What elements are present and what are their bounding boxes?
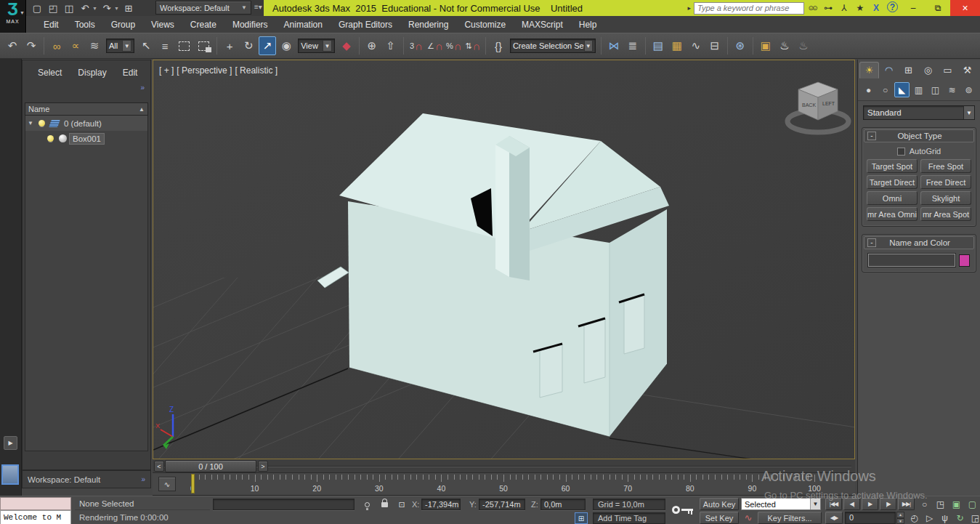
select-and-link-icon[interactable]: ∞ (48, 36, 65, 55)
object-type-button-mr-area-spot[interactable]: mr Area Spot (920, 207, 971, 221)
object-name-field[interactable] (868, 254, 955, 267)
selection-set-dropdown[interactable]: Selected ▼ (741, 498, 821, 510)
select-and-manipulate-icon[interactable]: ⊕ (363, 36, 381, 55)
frame-spinner[interactable]: ▲▼ (896, 512, 904, 524)
select-and-place-icon[interactable]: ◉ (278, 36, 295, 55)
object-type-button-skylight[interactable]: Skylight (920, 191, 971, 205)
sign-in-key-icon[interactable]: ⊶ (820, 1, 836, 15)
menu-item-help[interactable]: Help (571, 17, 605, 32)
chevron-down-icon[interactable]: ▼ (114, 6, 119, 11)
toolbar-options-icon[interactable]: ≡▾ (254, 3, 262, 11)
rendered-frame-window-icon[interactable]: ▣ (757, 36, 774, 55)
tab-display[interactable]: ▭ (938, 62, 957, 78)
name-and-color-rollout-header[interactable]: - Name and Color (864, 236, 974, 249)
bind-to-spacewarp-icon[interactable]: ≋ (86, 36, 103, 55)
key-filters-button[interactable]: Key Filters... (758, 512, 822, 524)
use-pivot-point-center-icon[interactable]: ◆ (338, 36, 355, 55)
current-frame-field[interactable]: 0 (845, 512, 896, 524)
rectangular-selection-region-icon[interactable] (179, 41, 190, 51)
key-mode-toggle-button[interactable]: ◀▶ (825, 512, 843, 524)
perspective-viewport[interactable]: Z X [ + ] [ Perspective ] [ Realistic ] … (153, 60, 855, 459)
key-filters-curve-icon[interactable]: ∿ (741, 512, 756, 524)
tab-utilities[interactable]: ⚒ (957, 62, 977, 78)
reference-coordinate-system-dropdown[interactable]: View▼ (298, 39, 335, 53)
spinner-snap-icon[interactable]: ⇅∩ (464, 36, 482, 55)
z-coordinate-field[interactable]: 0,0m (540, 499, 586, 510)
track-bar[interactable]: ∿ 0102030405060708090100 (153, 473, 855, 496)
percent-snap-icon[interactable]: %∩ (445, 36, 463, 55)
add-time-tag-field[interactable]: Add Time Tag (593, 512, 665, 524)
layer-manager-icon[interactable]: ▤ (649, 36, 667, 55)
x-coordinate-field[interactable]: -17,394m (421, 499, 461, 510)
object-type-rollout-header[interactable]: - Object Type (864, 129, 974, 142)
menu-item-modifiers[interactable]: Modifiers (224, 17, 276, 32)
subcat-geometry[interactable]: ● (861, 82, 876, 97)
pan-view-button[interactable]: ψ (937, 512, 952, 524)
unlink-selection-icon[interactable]: ∝ (67, 36, 84, 55)
viewport-pov-menu[interactable]: [ Perspective ] (177, 65, 232, 76)
play-button[interactable]: ▶ (862, 498, 878, 510)
window-crossing-icon[interactable] (198, 41, 209, 51)
menu-item-create[interactable]: Create (182, 17, 224, 32)
list-item-layer[interactable]: ▼ 0 (default) (25, 116, 147, 131)
y-coordinate-field[interactable]: -257,714m (479, 499, 525, 510)
object-type-button-free-spot[interactable]: Free Spot (920, 159, 971, 173)
align-icon[interactable]: ≣ (624, 36, 641, 55)
set-keys-button[interactable] (672, 501, 695, 520)
redo-icon[interactable]: ↷ (100, 1, 113, 15)
communication-center-icon[interactable]: ⅄ (836, 1, 852, 15)
object-color-swatch[interactable] (959, 254, 970, 267)
edit-named-selection-sets-icon[interactable]: {} (490, 36, 507, 55)
autogrid-checkbox[interactable] (897, 148, 905, 156)
select-and-move-icon[interactable]: + (221, 36, 238, 55)
render-setup-icon[interactable]: ⊛ (732, 36, 749, 55)
zoom-extents-all-button[interactable]: ▢ (965, 498, 980, 511)
absolute-mode-transform-icon[interactable]: ⊡ (395, 499, 408, 510)
snaps-toggle-3d-icon[interactable]: 3∩ (408, 36, 425, 55)
named-selection-set-combo[interactable]: Create Selection Se▼ (510, 39, 596, 53)
scene-explorer-overflow-chevron[interactable]: » (140, 84, 145, 92)
angle-snap-icon[interactable]: ∠∩ (426, 36, 444, 55)
favorites-star-icon[interactable]: ★ (852, 1, 868, 15)
open-mini-curve-editor-button[interactable]: ∿ (158, 477, 176, 491)
explorer-tab-edit[interactable]: Edit (116, 66, 145, 79)
prompt-line-field[interactable] (213, 499, 355, 510)
go-to-start-button[interactable]: |◀◀ (825, 498, 842, 510)
subcat-helpers[interactable]: ◫ (928, 82, 943, 97)
previous-frame-arrow-button[interactable]: < (154, 461, 164, 472)
subcat-lights[interactable]: ◣ (894, 82, 910, 97)
tab-motion[interactable]: ◎ (918, 62, 938, 78)
view-cube[interactable]: BACK LEFT (784, 76, 853, 136)
search-binoculars-icon[interactable]: ⊙⊙ (804, 1, 820, 15)
tab-hierarchy[interactable]: ⊞ (899, 62, 918, 78)
project-folder-icon[interactable]: ⊞ (122, 1, 135, 15)
open-file-icon[interactable]: ◰ (46, 1, 60, 15)
render-production-icon[interactable]: ♨ (776, 36, 793, 55)
keyboard-shortcut-override-icon[interactable]: ⇧ (382, 36, 400, 55)
menu-item-maxscript[interactable]: MAXScript (514, 17, 571, 32)
name-column-header[interactable]: Name ▲ (25, 102, 148, 116)
select-and-rotate-icon[interactable]: ↻ (240, 36, 257, 55)
go-to-end-button[interactable]: ▶▶| (898, 498, 915, 510)
restore-button[interactable]: ⧉ (926, 1, 950, 15)
menu-item-rendering[interactable]: Rendering (400, 17, 456, 32)
next-frame-button[interactable]: |▶ (880, 498, 896, 510)
isolate-selection-bulb-icon[interactable] (360, 499, 373, 510)
object-type-button-target-direct[interactable]: Target Direct (867, 175, 918, 189)
object-type-button-mr-area-omni[interactable]: mr Area Omni (867, 207, 918, 221)
save-file-icon[interactable]: ◫ (62, 1, 76, 15)
expand-arrow-icon[interactable]: ▼ (25, 120, 36, 126)
previous-frame-button[interactable]: ◀| (843, 498, 860, 510)
expand-rail-button[interactable]: ▶ (4, 436, 17, 450)
schematic-view-icon[interactable]: ⊟ (706, 36, 724, 55)
menu-item-graph-editors[interactable]: Graph Editors (331, 17, 400, 32)
auto-key-button[interactable]: Auto Key (700, 498, 739, 510)
explorer-tab-select[interactable]: Select (31, 66, 68, 79)
current-frame-marker[interactable] (191, 474, 195, 493)
menu-item-customize[interactable]: Customize (456, 17, 514, 32)
selection-filter-dropdown[interactable]: All▼ (106, 39, 134, 53)
subcat-systems[interactable]: ⊚ (961, 82, 976, 97)
redo-icon[interactable]: ↷ (23, 36, 40, 55)
menu-item-group[interactable]: Group (103, 17, 143, 32)
set-key-button[interactable]: Set Key (700, 512, 739, 524)
